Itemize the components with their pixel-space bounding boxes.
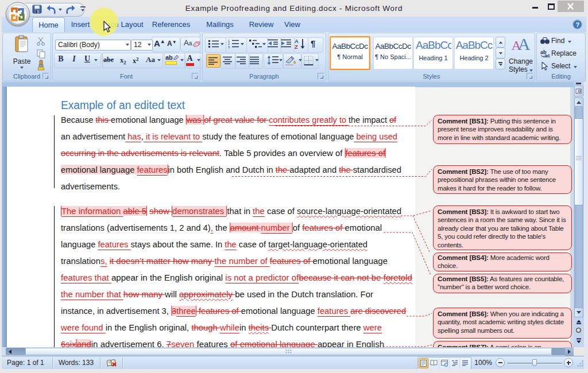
- svg-text:?: ?: [576, 21, 580, 28]
- svg-text:Z: Z: [295, 44, 298, 49]
- svg-text:ac: ac: [544, 53, 550, 57]
- svg-text:3: 3: [228, 45, 230, 48]
